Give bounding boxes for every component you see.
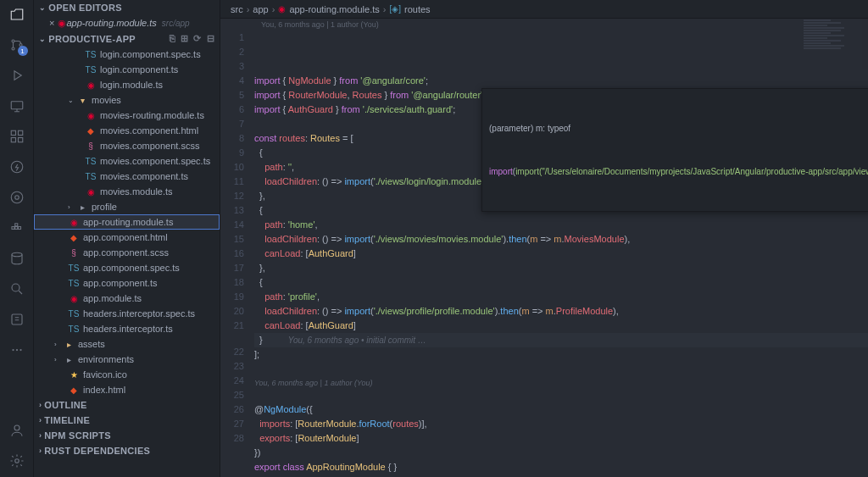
project-section[interactable]: ⌄PRODUCTIVE-APP ⎘ ⊞ ⟳ ⊟ — [34, 31, 220, 47]
ts-icon: TS — [68, 323, 80, 335]
file-tree-item[interactable]: TSheaders.interceptor.spec.ts — [34, 306, 220, 321]
svg-point-1 — [12, 47, 14, 50]
file-tree-item[interactable]: TSlogin.component.ts — [34, 62, 220, 77]
code-line[interactable] — [254, 388, 868, 402]
code-line[interactable]: loadChildren: () => import('./views/prof… — [254, 304, 868, 319]
collapsed-section[interactable]: ›TIMELINE — [34, 413, 220, 428]
code-line[interactable]: export class AppRoutingModule { } — [254, 460, 868, 474]
run-debug-icon[interactable] — [8, 66, 26, 85]
svg-point-8 — [11, 161, 23, 173]
file-tree-item[interactable]: ›▸assets — [34, 336, 220, 352]
remote-icon[interactable] — [8, 97, 26, 115]
docker-icon[interactable] — [8, 219, 26, 237]
project-icon[interactable] — [8, 310, 26, 329]
file-tree-item[interactable]: ★favicon.ico — [34, 367, 220, 382]
new-file-icon[interactable]: ⎘ — [170, 33, 175, 44]
star-icon: ★ — [68, 369, 80, 380]
code-line[interactable]: canLoad: [AuthGuard] — [254, 319, 868, 333]
database-icon[interactable] — [8, 249, 26, 268]
file-tree-item[interactable]: TSmovies.component.ts — [34, 169, 220, 184]
code-editor[interactable]: 1234567891011121314151617181920212223242… — [220, 31, 868, 477]
code-line[interactable]: canLoad: [AuthGuard] — [254, 247, 868, 261]
code-line[interactable]: path: 'home', — [254, 218, 868, 232]
breadcrumb-item[interactable]: app-routing.module.ts — [289, 4, 379, 14]
ts-icon: TS — [85, 155, 97, 167]
svg-point-15 — [15, 349, 17, 351]
code-line[interactable]: @NgModule({ — [254, 402, 868, 417]
file-tree-item[interactable]: TSheaders.interceptor.ts — [34, 321, 220, 336]
collapsed-section[interactable]: ›NPM SCRIPTS — [34, 428, 220, 443]
collapse-icon[interactable]: ⊟ — [207, 33, 214, 44]
file-tree-item[interactable]: TSlogin.component.spec.ts — [34, 47, 220, 62]
collapsed-section[interactable]: ›RUST DEPENDENCIES — [34, 443, 220, 458]
code-line[interactable]: ]; — [254, 347, 868, 362]
code-line[interactable]: exports: [RouterModule] — [254, 431, 868, 446]
file-tree-item[interactable]: ◆app.component.html — [34, 230, 220, 245]
svg-rect-6 — [11, 138, 15, 142]
thunder-icon[interactable] — [8, 158, 26, 176]
html-icon: ◆ — [85, 125, 97, 136]
source-control-badge: 1 — [18, 46, 28, 56]
new-folder-icon[interactable]: ⊞ — [181, 33, 188, 44]
file-tree-item[interactable]: §movies.component.scss — [34, 138, 220, 153]
angular-icon: ◉ — [68, 216, 80, 228]
file-tree-item[interactable]: ◉app.module.ts — [34, 291, 220, 306]
breadcrumb-item[interactable]: app — [253, 4, 268, 14]
svg-point-0 — [12, 40, 14, 42]
file-tree-item[interactable]: ◉movies.module.ts — [34, 184, 220, 199]
folder-icon: ▸ — [63, 338, 75, 350]
scss-icon: § — [68, 247, 80, 258]
file-tree-item[interactable]: ◉login.module.ts — [34, 77, 220, 92]
file-tree-item[interactable]: ›▸profile — [34, 199, 220, 214]
source-control-icon[interactable]: 1 — [8, 36, 26, 54]
extensions-icon[interactable] — [8, 127, 26, 146]
open-editors-section[interactable]: ⌄OPEN EDITORS — [34, 0, 220, 15]
svg-point-18 — [14, 459, 19, 463]
code-line[interactable]: path: 'profile', — [254, 290, 868, 304]
search-icon[interactable] — [8, 280, 26, 298]
github-icon[interactable] — [8, 188, 26, 207]
folder-icon: ▸ — [76, 201, 88, 213]
code-line[interactable]: loadChildren: () => import('./views/movi… — [254, 232, 868, 247]
file-tree-item[interactable]: TSapp.component.ts — [34, 275, 220, 291]
code-line[interactable]: imports: [RouterModule.forRoot(routes)], — [254, 417, 868, 431]
file-tree-item[interactable]: TSmovies.component.spec.ts — [34, 153, 220, 169]
code-line[interactable] — [254, 362, 868, 376]
ts-icon: TS — [68, 277, 80, 289]
svg-point-10 — [14, 196, 19, 200]
explorer-icon[interactable] — [8, 5, 26, 24]
collapsed-section[interactable]: ›OUTLINE — [34, 397, 220, 413]
file-tree-item[interactable]: ◉app-routing.module.ts — [34, 214, 220, 230]
svg-point-17 — [14, 425, 19, 430]
explorer-sidebar: ⌄OPEN EDITORS × ◉ app-routing.module.ts … — [34, 0, 220, 477]
code-line[interactable]: import { NgModule } from '@angular/core'… — [254, 74, 868, 88]
svg-rect-4 — [11, 130, 15, 135]
svg-rect-13 — [12, 314, 22, 324]
account-icon[interactable] — [8, 421, 26, 440]
code-line[interactable]: }, — [254, 261, 868, 275]
code-line[interactable]: }) — [254, 446, 868, 460]
file-tree-item[interactable]: §app.component.scss — [34, 245, 220, 260]
refresh-icon[interactable]: ⟳ — [193, 33, 201, 44]
file-tree-item[interactable]: ◉movies-routing.module.ts — [34, 108, 220, 123]
file-tree-item[interactable]: ›▸environments — [34, 352, 220, 367]
angular-icon: ◉ — [58, 18, 66, 29]
file-tree-item[interactable]: ◆movies.component.html — [34, 123, 220, 138]
more-icon[interactable] — [8, 341, 26, 359]
breadcrumb-item[interactable]: src — [231, 4, 243, 14]
open-editor-item[interactable]: × ◉ app-routing.module.ts src/app — [34, 15, 220, 31]
file-tree-item[interactable]: TSapp.component.spec.ts — [34, 260, 220, 275]
ts-icon: TS — [68, 308, 80, 319]
html-icon: ◆ — [68, 384, 80, 396]
code-line[interactable]: { — [254, 275, 868, 290]
close-icon[interactable]: × — [49, 18, 54, 28]
angular-icon: ◉ — [85, 109, 97, 121]
code-line[interactable]: }You, 6 months ago • initial commit … — [254, 333, 868, 347]
folder-open-icon: ▾ — [76, 94, 88, 106]
svg-rect-7 — [18, 138, 22, 142]
breadcrumb-item[interactable]: routes — [404, 4, 431, 14]
settings-icon[interactable] — [8, 452, 26, 470]
file-tree-item[interactable]: ⌄▾movies — [34, 92, 220, 108]
file-tree-item[interactable]: ◆index.html — [34, 382, 220, 397]
breadcrumb[interactable]: src›app›◉app-routing.module.ts›[◈]routes — [220, 0, 868, 19]
